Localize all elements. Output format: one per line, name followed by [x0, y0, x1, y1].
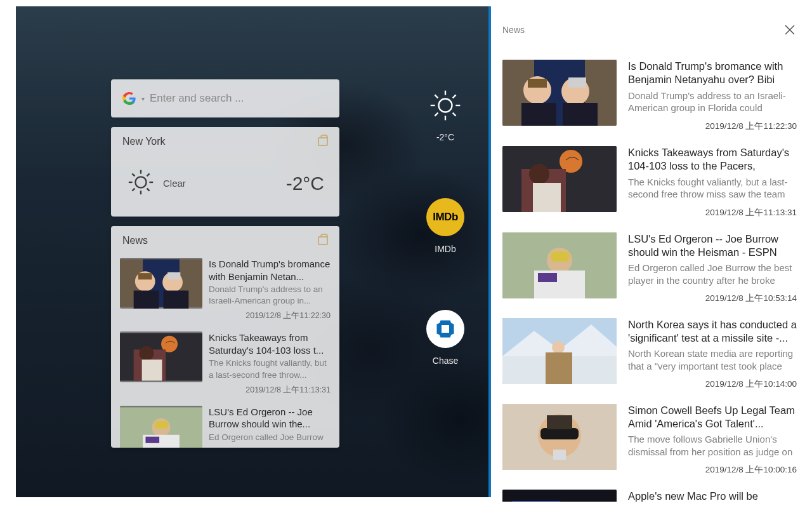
svg-line-14 — [435, 95, 438, 98]
news-item-desc: The move follows Gabrielle Union's dismi… — [628, 433, 797, 458]
news-thumbnail — [502, 490, 617, 502]
news-item-desc: Ed Orgeron called Joe Burrow — [209, 432, 331, 443]
sun-icon — [426, 86, 464, 124]
news-item-desc: Ed Orgeron called Joe Burrow the best pl… — [628, 262, 797, 286]
news-thumbnail — [502, 146, 617, 212]
imdb-logo: IMDb — [426, 198, 464, 236]
svg-point-0 — [135, 177, 146, 187]
news-item-date: 2019/12/8 上午10:00:16 — [628, 464, 797, 476]
news-thumbnail — [502, 60, 617, 126]
news-item-title: Knicks Takeaways from Saturday's 104-103… — [209, 331, 331, 356]
svg-point-9 — [439, 99, 452, 112]
news-item-title: North Korea says it has conducted a 'sig… — [628, 318, 797, 345]
news-item-desc: The Knicks fought valiantly, but a last-… — [628, 176, 797, 201]
widget-options-icon[interactable] — [318, 236, 328, 245]
news-thumbnail — [502, 232, 617, 298]
news-item[interactable]: Knicks Takeaways from Saturday's 104-103… — [111, 326, 339, 400]
launcher-imdb[interactable]: IMDb IMDb — [417, 198, 474, 254]
launcher-weather-label: -2°C — [417, 132, 474, 142]
launcher-chase[interactable]: Chase — [417, 310, 474, 366]
news-panel: News Is Donald Trump's bromance with Ben… — [494, 0, 812, 508]
svg-marker-21 — [437, 323, 442, 336]
news-item-date: 2019/12/8 上午11:22:30 — [628, 121, 797, 132]
svg-line-8 — [147, 173, 150, 176]
news-item[interactable]: LSU's Ed Orgeron -- Joe Burrow should wi… — [500, 227, 799, 313]
svg-line-16 — [435, 113, 438, 116]
news-item-title: Simon Cowell Beefs Up Legal Team Amid 'A… — [628, 404, 797, 431]
news-item-title: Knicks Takeaways from Saturday's 104-103… — [628, 146, 797, 173]
news-item-date: 2019/12/8 上午11:13:31 — [628, 207, 797, 218]
news-thumbnail — [502, 404, 617, 470]
svg-line-5 — [132, 173, 134, 176]
weather-temp: -2°C — [286, 173, 324, 194]
search-engine-dropdown[interactable]: ▾ — [141, 95, 145, 102]
news-thumbnail — [120, 331, 202, 382]
news-item-title: LSU's Ed Orgeron -- Joe Burrow should wi… — [209, 406, 331, 431]
widgets-column: ▾ New York Clear -2°C News — [111, 79, 339, 457]
launcher-column: -2°C IMDb IMDb Chase — [417, 86, 474, 422]
widget-options-icon[interactable] — [318, 137, 328, 146]
desktop-background: ▾ New York Clear -2°C News — [16, 6, 491, 497]
news-item-desc: Donald Trump's address to an Israeli-Ame… — [628, 90, 797, 114]
news-widget-title: News — [122, 235, 148, 246]
launcher-imdb-label: IMDb — [417, 244, 474, 254]
news-item-date: 2019/12/8 上午11:22:30 — [209, 311, 331, 321]
svg-line-17 — [453, 95, 456, 98]
news-item-date: 2019/12/8 上午10:53:14 — [628, 293, 797, 304]
news-item-title: LSU's Ed Orgeron -- Joe Burrow should wi… — [628, 232, 797, 259]
news-item-desc: Donald Trump's address to an Israeli-Ame… — [209, 284, 331, 307]
news-thumbnail — [120, 406, 202, 448]
news-item[interactable]: Is Donald Trump's bromance with Benjamin… — [500, 55, 799, 141]
launcher-weather[interactable]: -2°C — [417, 86, 474, 142]
news-item-date: 2019/12/8 上午10:14:00 — [628, 378, 797, 390]
launcher-chase-label: Chase — [417, 356, 474, 366]
search-card[interactable]: ▾ — [111, 79, 339, 117]
news-item[interactable]: Is Donald Trump's bromance with Benjamin… — [111, 253, 339, 326]
news-item[interactable]: Simon Cowell Beefs Up Legal Team Amid 'A… — [500, 399, 799, 485]
sun-icon — [126, 168, 155, 199]
svg-line-7 — [132, 189, 134, 191]
svg-line-6 — [147, 189, 150, 191]
weather-card[interactable]: New York Clear -2°C — [111, 127, 339, 217]
news-item[interactable]: LSU's Ed Orgeron -- Joe Burrow should wi… — [111, 401, 339, 448]
news-widget: News Is Donald Trump's bromance with Ben… — [111, 226, 339, 448]
news-item-desc: North Korean state media are reporting t… — [628, 347, 797, 372]
news-item-date: 2019/12/8 上午11:13:31 — [209, 385, 331, 396]
news-thumbnail — [502, 318, 617, 384]
weather-city: New York — [122, 136, 166, 147]
news-item[interactable]: North Korea says it has conducted a 'sig… — [500, 313, 799, 399]
news-item-title: Apple's new Mac Pro will be available to… — [628, 490, 797, 502]
weather-condition: Clear — [163, 178, 186, 189]
news-item[interactable]: Apple's new Mac Pro will be available to… — [500, 485, 799, 502]
news-panel-title: News — [502, 25, 525, 35]
news-item-title: Is Donald Trump's bromance with Benjamin… — [628, 60, 797, 87]
google-icon — [122, 91, 136, 105]
search-input[interactable] — [150, 92, 328, 105]
news-item-title: Is Donald Trump's bromance with Benjamin… — [209, 258, 331, 283]
news-item[interactable]: Knicks Takeaways from Saturday's 104-103… — [500, 141, 799, 227]
close-icon — [784, 24, 796, 36]
chase-logo — [426, 310, 464, 348]
svg-line-15 — [453, 113, 456, 116]
news-item-desc: The Knicks fought valiantly, but a last-… — [209, 358, 331, 380]
news-thumbnail — [120, 258, 202, 309]
close-button[interactable] — [784, 24, 796, 36]
